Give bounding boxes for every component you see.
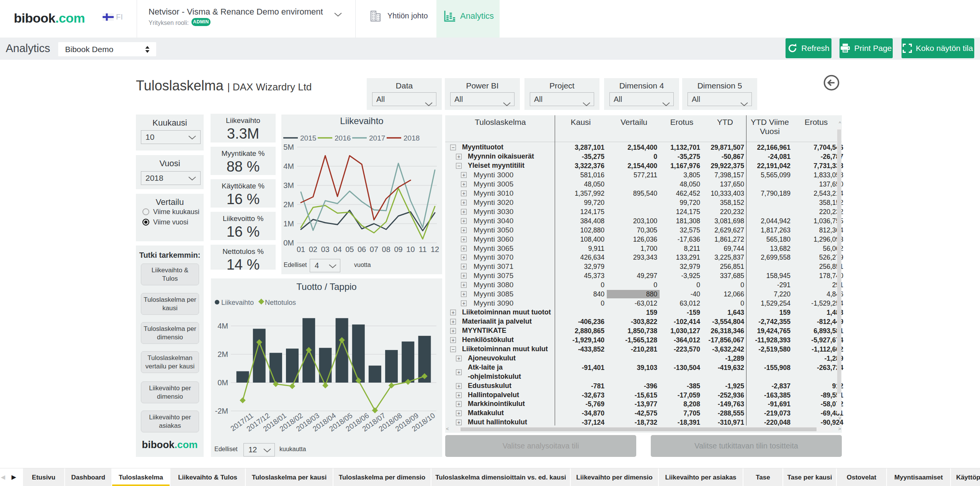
svg-text:11: 11 [419,245,427,254]
svg-text:2M: 2M [283,200,294,209]
svg-text:2017: 2017 [369,134,385,142]
svg-text:09: 09 [394,245,402,254]
svg-text:06: 06 [358,245,366,254]
svg-text:Liikevaihto: Liikevaihto [340,116,383,126]
svg-text:07: 07 [370,245,378,254]
svg-text:12: 12 [431,245,439,254]
svg-text:Nettotulos: Nettotulos [265,299,296,306]
svg-text:3M: 3M [283,181,294,190]
svg-text:Tuotto / Tappio: Tuotto / Tappio [296,281,356,292]
svg-text:08: 08 [382,245,390,254]
svg-text:2016: 2016 [335,134,351,142]
svg-text:02: 02 [309,245,317,254]
svg-text:0M: 0M [283,239,294,247]
svg-text:2M: 2M [217,350,228,358]
svg-text:10: 10 [406,245,415,254]
svg-text:4M: 4M [217,322,228,330]
svg-text:2015: 2015 [300,134,316,142]
svg-text:5M: 5M [283,143,294,151]
svg-text:2018: 2018 [403,134,420,142]
svg-text:-2M: -2M [215,407,228,415]
svg-text:1M: 1M [283,219,294,228]
svg-text:05: 05 [345,245,354,254]
svg-text:01: 01 [297,245,305,254]
svg-text:0M: 0M [217,378,228,387]
svg-text:Liikevaihto: Liikevaihto [221,299,254,306]
svg-text:03: 03 [321,245,329,254]
svg-text:04: 04 [333,245,341,254]
svg-text:4M: 4M [283,162,294,170]
